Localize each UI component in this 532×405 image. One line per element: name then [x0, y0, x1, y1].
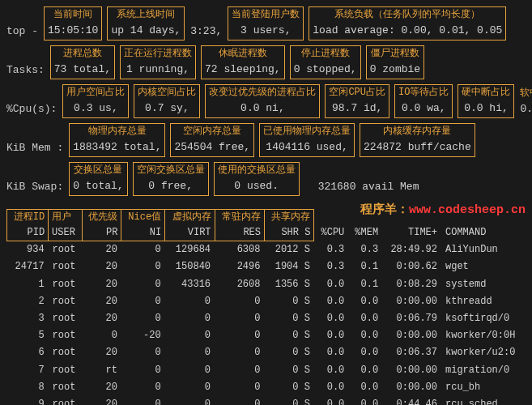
- cpu-tail: 软中断占比 0.3 si, 0.0 st: [520, 86, 532, 118]
- mem-line: KiB Mem : 物理内存总量 1883492 total, 空闲内存总量 2…: [6, 123, 526, 157]
- box-ni: 改变过优先级的进程占比 0.0 ni,: [205, 84, 320, 118]
- process-table: 进程IDPID 用户USER 优先级PR Nice值NI 虚拟内存VIRT 常驻…: [6, 209, 526, 405]
- box-users: 当前登陆用户数 3 users,: [228, 6, 304, 40]
- box-hi: 硬中断占比 0.0 hi,: [458, 84, 514, 118]
- table-row: 1root2004331626081356 S0.00.10:08.29syst…: [7, 276, 526, 293]
- box-sleeping: 休眠进程数 72 sleeping,: [201, 45, 285, 79]
- table-row: 8root200000 S0.00.00:00.00rcu_bh: [7, 379, 526, 396]
- table-row: 3root200000 S0.00.00:06.79ksoftirqd/0: [7, 310, 526, 327]
- box-swap-used: 使用的交换区总量 0 used.: [214, 162, 300, 196]
- box-swap-free: 空闲交换区总量 0 free,: [133, 162, 209, 196]
- box-mem-total: 物理内存总量 1883492 total,: [69, 123, 165, 157]
- box-stopped: 停止进程数 0 stopped,: [290, 45, 361, 79]
- swap-line: KiB Swap: 交换区总量 0 total, 空闲交换区总量 0 free,…: [6, 162, 526, 196]
- box-mem-used: 已使用物理内存总量 1404116 used,: [259, 123, 355, 157]
- table-row: 24717root20015084024961904 S0.30.10:00.6…: [7, 258, 526, 275]
- box-swap-total: 交换区总量 0 total,: [69, 162, 127, 196]
- cpu-prefix: %Cpu(s):: [6, 101, 57, 118]
- table-row: 2root200000 S0.00.00:00.00kthreadd: [7, 293, 526, 310]
- box-running: 正在运行进程数 1 running,: [120, 45, 196, 79]
- box-uptime: 系统上线时间 up 14 days,: [107, 6, 185, 40]
- box-total: 进程总数 73 total,: [50, 45, 115, 79]
- table-row: 5root0-20000 S0.00.00:00.00kworker/0:0H: [7, 327, 526, 344]
- box-zombie: 僵尸进程数 0 zombie: [366, 45, 424, 79]
- mem-prefix: KiB Mem :: [6, 140, 63, 157]
- tasks-line: Tasks: 进程总数 73 total, 正在运行进程数 1 running,…: [6, 45, 526, 79]
- swap-prefix: KiB Swap:: [6, 179, 63, 196]
- box-id: 空闲CPU占比 98.7 id,: [325, 84, 389, 118]
- table-row: 934root20012968463082012 S0.30.328:49.92…: [7, 241, 526, 259]
- watermark: 程序羊：www.codesheep.cn: [360, 201, 526, 220]
- uptime-extra: 3:23,: [190, 23, 222, 40]
- box-wa: IO等待占比 0.0 wa,: [394, 84, 453, 118]
- table-row: 7rootrt0000 S0.00.00:00.00migration/0: [7, 362, 526, 379]
- table-row: 9root200000 S0.00.00:44.46rcu_sched: [7, 396, 526, 405]
- top-prefix: top -: [6, 23, 38, 40]
- box-mem-free: 空闲内存总量 254504 free,: [170, 123, 254, 157]
- table-row: 6root200000 S0.00.00:06.37kworker/u2:0: [7, 344, 526, 361]
- box-sy: 内核空间占比 0.7 sy,: [134, 84, 200, 118]
- tasks-prefix: Tasks:: [6, 62, 45, 79]
- box-us: 用户空间占比 0.3 us,: [62, 84, 129, 118]
- top-line: top - 当前时间 15:05:10 系统上线时间 up 14 days, 3…: [6, 6, 526, 40]
- cpu-line: %Cpu(s): 用户空间占比 0.3 us, 内核空间占比 0.7 sy, 改…: [6, 84, 526, 118]
- swap-avail: 321680 avail Mem: [318, 179, 419, 196]
- box-load: 系统负载（任务队列的平均长度） load average: 0.00, 0.01…: [309, 6, 506, 40]
- box-mem-buff: 内核缓存内存量 224872 buff/cache: [360, 123, 475, 157]
- box-time: 当前时间 15:05:10: [44, 6, 102, 40]
